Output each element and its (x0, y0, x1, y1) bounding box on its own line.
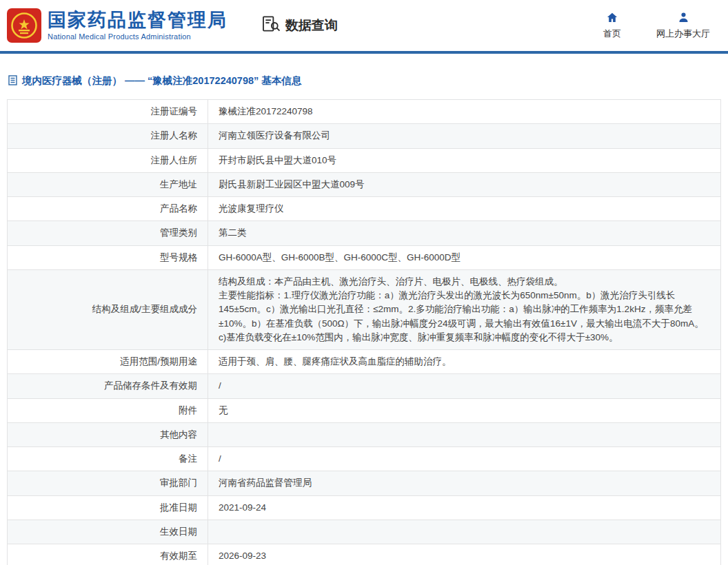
table-row: 结构及组成/主要组成成分 结构及组成：本产品由主机、激光治疗头、治疗片、电极片、… (8, 269, 721, 349)
nav-home-label: 首页 (603, 28, 621, 40)
top-nav: 首页 网上办事大厅 (596, 12, 716, 40)
field-label: 注册人住所 (8, 148, 208, 172)
field-value: 第二类 (208, 221, 721, 245)
registration-info-table: 注册证编号 豫械注准20172240798 注册人名称 河南立领医疗设备有限公司… (7, 99, 721, 565)
field-label: 其他内容 (8, 422, 208, 446)
field-label: 注册证编号 (8, 100, 208, 124)
table-row: 注册人住所 开封市尉氏县中盟大道010号 (8, 148, 721, 172)
field-value: 豫械注准20172240798 (208, 100, 721, 124)
national-emblem-logo (7, 8, 41, 43)
field-value: 适用于颈、肩、腰、腿疼痛症状及高血脂症的辅助治疗。 (208, 350, 721, 374)
field-label: 结构及组成/主要组成成分 (8, 269, 208, 349)
field-label: 附件 (8, 398, 208, 422)
field-label: 产品储存条件及有效期 (8, 374, 208, 398)
field-value: 河南立领医疗设备有限公司 (208, 124, 721, 148)
table-row: 生产地址 尉氏县新尉工业园区中盟大道009号 (8, 172, 721, 196)
page-header: 国家药品监督管理局 National Medical Products Admi… (0, 0, 728, 51)
table-row: 产品储存条件及有效期 / (8, 374, 721, 398)
field-label: 备注 (8, 447, 208, 471)
field-label: 批准日期 (8, 495, 208, 520)
field-label: 有效期至 (8, 544, 208, 565)
field-value: 河南省药品监督管理局 (208, 471, 721, 495)
field-label: 产品名称 (8, 197, 208, 221)
table-row: 备注 / (8, 447, 721, 471)
table-row: 有效期至 2026-09-23 (8, 544, 721, 565)
table-row: 生效日期 (8, 520, 721, 544)
field-label: 适用范围/预期用途 (8, 350, 208, 374)
org-name-en: National Medical Products Administration (48, 32, 228, 41)
nav-item-home[interactable]: 首页 (596, 12, 629, 40)
field-value: 开封市尉氏县中盟大道010号 (208, 148, 721, 172)
field-value (208, 422, 721, 446)
table-row: 附件 无 (8, 398, 721, 422)
field-label: 审批部门 (8, 471, 208, 495)
field-value: / (208, 374, 721, 398)
table-row: 批准日期 2021-09-24 (8, 495, 721, 520)
data-query-section: 数据查询 (262, 16, 338, 35)
field-value: GH-6000A型、GH-6000B型、GH-6000C型、GH-6000D型 (208, 245, 721, 269)
table-row: 管理类别 第二类 (8, 221, 721, 245)
field-value (208, 520, 721, 544)
field-label: 型号规格 (8, 245, 208, 269)
field-label: 管理类别 (8, 221, 208, 245)
home-icon (606, 12, 618, 25)
table-row: 审批部门 河南省药品监督管理局 (8, 471, 721, 495)
table-row: 产品名称 光波康复理疗仪 (8, 197, 721, 221)
field-value: 2021-09-24 (208, 495, 721, 520)
field-value: / (208, 447, 721, 471)
field-value: 无 (208, 398, 721, 422)
data-query-label: 数据查询 (285, 17, 338, 34)
org-name-cn: 国家药品监督管理局 (48, 10, 228, 31)
header-divider (0, 51, 728, 54)
field-value: 结构及组成：本产品由主机、激光治疗头、治疗片、电极片、电极线、热疗袋组成。 主要… (208, 269, 721, 349)
nav-item-service-hall[interactable]: 网上办事大厅 (656, 12, 710, 40)
table-row: 注册人名称 河南立领医疗设备有限公司 (8, 124, 721, 148)
page-title: 境内医疗器械（注册） —— “豫械注准20172240798” 基本信息 (8, 74, 728, 88)
field-value: 尉氏县新尉工业园区中盟大道009号 (208, 172, 721, 196)
field-value: 2026-09-23 (208, 544, 721, 565)
table-row: 其他内容 (8, 422, 721, 446)
table-row: 型号规格 GH-6000A型、GH-6000B型、GH-6000C型、GH-60… (8, 245, 721, 269)
data-query-icon (262, 16, 281, 35)
field-value: 光波康复理疗仪 (208, 197, 721, 221)
field-label: 生产地址 (8, 172, 208, 196)
nav-service-hall-label: 网上办事大厅 (656, 28, 710, 40)
org-names: 国家药品监督管理局 National Medical Products Admi… (48, 10, 228, 41)
field-label: 注册人名称 (8, 124, 208, 148)
field-label: 生效日期 (8, 520, 208, 544)
table-row: 注册证编号 豫械注准20172240798 (8, 100, 721, 124)
person-icon (678, 12, 689, 25)
document-icon (8, 75, 17, 88)
table-row: 适用范围/预期用途 适用于颈、肩、腰、腿疼痛症状及高血脂症的辅助治疗。 (8, 350, 721, 374)
page-title-text: 境内医疗器械（注册） —— “豫械注准20172240798” 基本信息 (22, 74, 301, 88)
